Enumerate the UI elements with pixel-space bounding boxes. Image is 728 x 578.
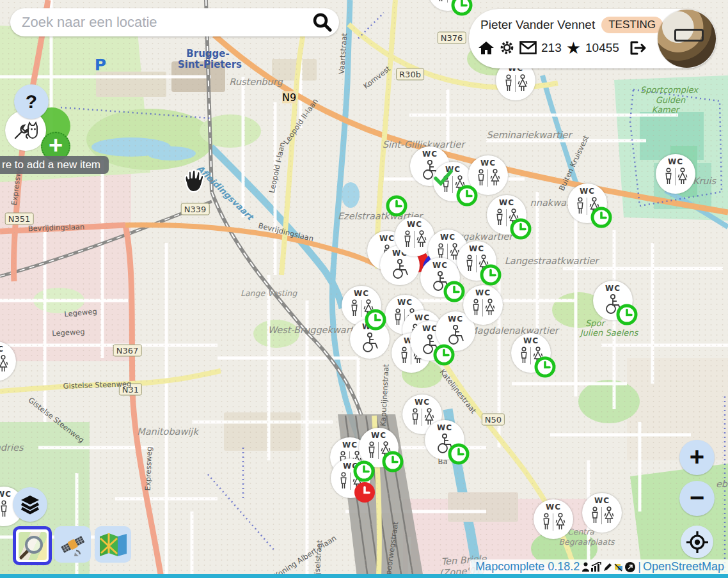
testing-badge: TESTING (601, 17, 663, 33)
marker-wc-label: WC (480, 159, 496, 168)
zoom-in-button[interactable]: + (679, 440, 715, 475)
user-avatar[interactable] (658, 10, 716, 68)
opening-hours-badge-green (353, 460, 375, 482)
background-layer-map[interactable] (95, 526, 131, 563)
toilet-figures-icon (389, 258, 411, 279)
satellite-layer-icon (59, 531, 87, 559)
marker-wc-label: WC (415, 398, 430, 407)
toilet-figures-icon (504, 74, 528, 93)
toilet-marker-pair[interactable]: WC (582, 493, 622, 533)
user-name: Pieter Vander Vennet (480, 18, 595, 32)
bar-chart-icon[interactable] (590, 562, 602, 572)
marker-wc-label: WC (342, 441, 358, 449)
opening-hours-badge-green (382, 451, 404, 473)
background-layer-satellite[interactable] (54, 526, 91, 563)
folded-map-layer-icon (99, 532, 128, 558)
crosshair-icon (685, 530, 709, 554)
marker-wc-label: WC (499, 199, 514, 207)
opening-hours-badge-green (451, 0, 473, 16)
background-layer-osm-selected[interactable] (13, 526, 52, 565)
opening-hours-badge-green (443, 281, 465, 302)
geolocate-button[interactable] (681, 526, 713, 558)
opening-hours-badge-green (448, 443, 470, 465)
marker-wc-label: WC (523, 337, 539, 345)
marker-wc-label: WC (448, 315, 463, 324)
bottom-accent-bar (0, 574, 728, 578)
marker-wc-label: WC (440, 233, 455, 242)
marker-wc-label: WC (668, 158, 683, 166)
pencil-icon[interactable] (603, 562, 613, 572)
marker-wc-label: WC (0, 490, 12, 499)
location-search-bar (10, 8, 339, 36)
opening-hours-badge-green (386, 195, 408, 217)
toilet-figures-icon (664, 167, 688, 187)
toilet-figures-icon (403, 230, 427, 249)
messages-button[interactable] (519, 41, 537, 54)
toilet-marker-pair[interactable]: WC (463, 285, 503, 325)
logout-icon (629, 40, 647, 56)
marker-wc-label: WC (475, 289, 491, 297)
opening-hours-badge-green (433, 344, 455, 366)
logout-button[interactable] (629, 40, 647, 56)
toilet-figures-icon (0, 354, 8, 374)
statistics-person-icon[interactable] (582, 562, 590, 572)
wrench-cat-icon (12, 116, 40, 144)
gear-icon (499, 40, 515, 56)
opening-hours-badge-green (510, 218, 532, 240)
opening-hours-badge-green (365, 309, 386, 331)
minus-icon: − (690, 485, 704, 513)
opening-hours-badge-green (456, 185, 478, 207)
search-icon (312, 12, 333, 33)
changesets-button[interactable]: ★ (566, 40, 581, 56)
marker-wc-label: WC (422, 150, 438, 159)
help-button[interactable]: ? (14, 84, 49, 119)
theme-flag-icon[interactable] (613, 562, 624, 572)
layers-button[interactable] (13, 487, 47, 522)
search-input[interactable] (10, 13, 306, 31)
settings-button[interactable] (499, 40, 515, 56)
changeset-count: 10455 (585, 41, 619, 55)
toilet-figures-icon (542, 512, 566, 532)
marker-wc-label: WC (407, 221, 422, 229)
mapcomplete-app: N376N9R30bN339N351N367N31N50Brugge-Sint-… (0, 0, 728, 578)
marker-wc-label: WC (432, 262, 448, 270)
envelope-icon (519, 41, 537, 54)
copyright-arrow-icon[interactable] (624, 561, 636, 573)
marker-wc-label: WC (437, 424, 452, 432)
star-icon: ★ (566, 40, 581, 56)
opening-hours-badge-green (534, 356, 556, 378)
home-button[interactable] (478, 40, 495, 56)
marker-wc-label: WC (605, 285, 621, 293)
toilet-figures-icon (477, 168, 500, 188)
toilet-figures-icon (445, 324, 466, 345)
message-count: 213 (541, 41, 562, 55)
attribution-bar: Mapcomplete 0.18.2 | OpenStreetMap (470, 559, 728, 574)
add-item-tooltip: re to add a new item (0, 156, 109, 174)
marker-wc-label: WC (546, 503, 561, 512)
attribution-icons (582, 561, 636, 573)
toilet-marker-pair[interactable]: WC (656, 154, 695, 194)
marker-wc-label: WC (379, 235, 395, 243)
marker-wc-label: WC (594, 497, 610, 505)
toilet-figures-icon (411, 407, 434, 427)
zoom-out-button[interactable]: − (679, 481, 715, 516)
marker-wc-label: WC (469, 245, 484, 253)
marker-wc-label: WC (580, 187, 595, 196)
toilet-marker-pair[interactable]: WC (534, 499, 573, 539)
opening-hours-badge-green (616, 304, 638, 325)
marker-wc-label: WC (0, 345, 4, 354)
toilet-figures-icon (471, 298, 495, 318)
osm-link[interactable]: OpenStreetMap (643, 560, 724, 574)
layers-icon (19, 494, 41, 515)
marker-wc-label: WC (397, 299, 413, 307)
help-label: ? (26, 91, 37, 113)
toilet-figures-icon (0, 499, 8, 519)
marker-wc-label: WC (371, 432, 386, 440)
opening-hours-badge-green (480, 264, 502, 286)
home-icon (478, 40, 495, 56)
toilet-figures-icon (359, 332, 381, 353)
app-version-link[interactable]: Mapcomplete 0.18.2 (475, 560, 580, 574)
plus-icon: + (690, 444, 704, 472)
attribution-separator: | (638, 560, 641, 574)
search-button[interactable] (306, 8, 339, 36)
